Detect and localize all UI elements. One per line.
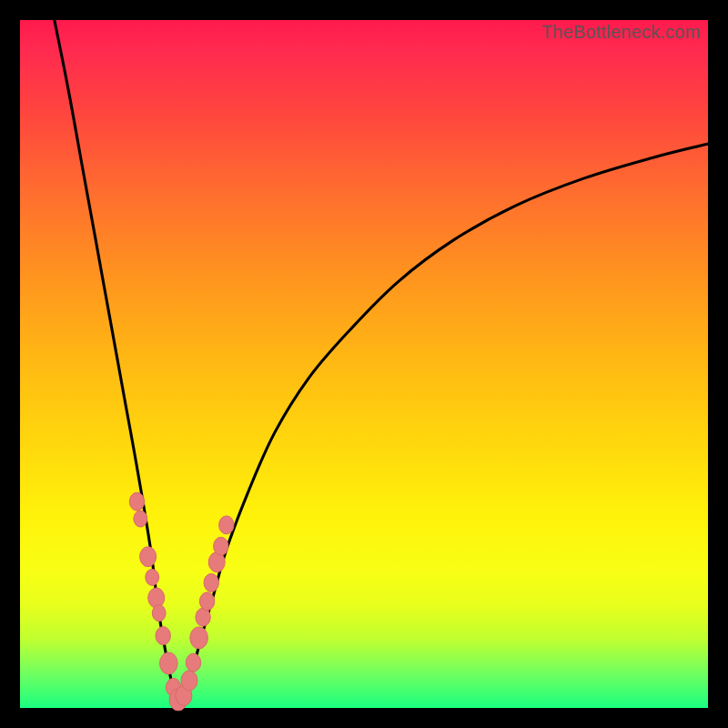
watermark-label: TheBottleneck.com bbox=[541, 22, 701, 43]
gradient-plot-area: TheBottleneck.com bbox=[20, 20, 708, 708]
marker-bead bbox=[160, 652, 178, 674]
marker-bead bbox=[152, 605, 166, 622]
marker-bead bbox=[156, 627, 170, 645]
marker-bead bbox=[219, 516, 234, 534]
bottleneck-chart bbox=[20, 20, 708, 708]
marker-bead bbox=[199, 592, 214, 611]
marker-bead bbox=[148, 588, 165, 608]
marker-bead bbox=[146, 569, 159, 585]
marker-bead bbox=[129, 492, 144, 511]
marker-bead bbox=[140, 547, 157, 567]
marker-bead bbox=[134, 511, 147, 527]
marker-bead bbox=[186, 653, 200, 672]
marker-bead bbox=[190, 627, 208, 649]
marker-bead bbox=[181, 671, 197, 691]
marker-layer bbox=[129, 492, 234, 711]
marker-bead bbox=[214, 537, 228, 555]
marker-bead bbox=[204, 573, 218, 592]
